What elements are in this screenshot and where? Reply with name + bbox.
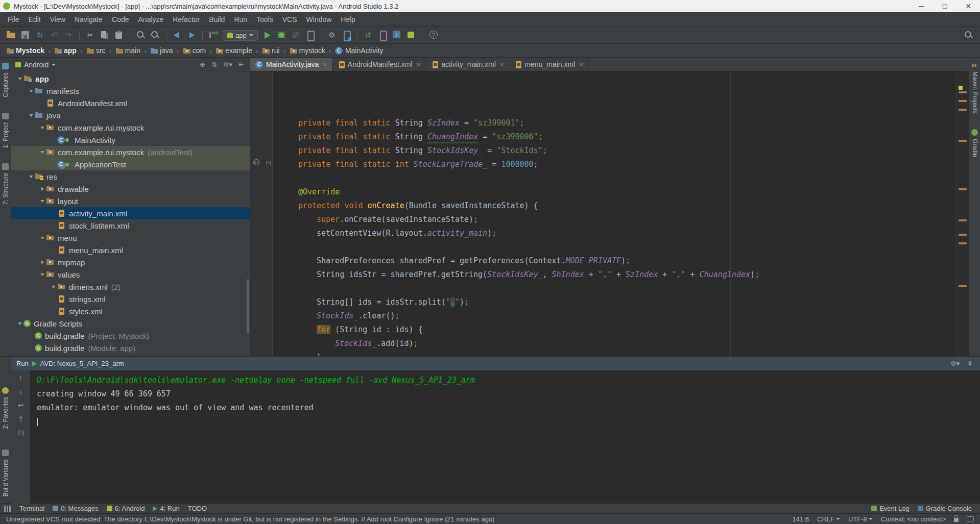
menu-item-tools[interactable]: Tools [252, 14, 278, 25]
toolbar-cut-icon[interactable]: ✂ [84, 29, 97, 41]
close-button[interactable]: ✕ [957, 0, 980, 12]
tree-row[interactable]: strings.xml [11, 293, 250, 305]
menu-item-window[interactable]: Window [302, 14, 337, 25]
tree-expand-arrow-icon[interactable] [16, 78, 23, 80]
override-method-icon[interactable]: o↑ [253, 159, 259, 165]
toolbar-sync-icon[interactable]: ↻ [34, 29, 46, 41]
tree-row[interactable]: Gbuild.gradle(Module: app) [11, 342, 250, 354]
stripe-mark[interactable] [959, 91, 967, 93]
tree-row[interactable]: java [11, 109, 250, 121]
toolbar-find-usages-icon[interactable] [149, 29, 161, 41]
toolbar-layout-inspector-icon[interactable] [376, 29, 389, 41]
editor-tab-androidmanifest-xml[interactable]: AndroidManifest.xml× [332, 58, 426, 71]
editor-tab-menu-main-xml[interactable]: menu_main.xml× [509, 58, 588, 71]
stripe-mark[interactable] [959, 219, 967, 221]
tool-strip-button-2-favorites[interactable]: 2: Favorites [2, 387, 9, 429]
tree-row[interactable]: CMainActivity [11, 134, 250, 146]
tool-strip-button-7-structure[interactable]: 7: Structure [2, 163, 9, 205]
tab-close-icon[interactable]: × [579, 61, 583, 68]
tree-expand-arrow-icon[interactable] [16, 322, 23, 325]
run-tab-label[interactable]: Run [16, 360, 29, 367]
tree-collapse-arrow-icon[interactable] [39, 260, 46, 264]
toolbar-debug-icon[interactable] [275, 29, 288, 41]
gear-icon[interactable]: ⚙▾ [222, 61, 234, 68]
tab-close-icon[interactable]: × [500, 61, 504, 68]
toolbar-back-icon[interactable] [171, 29, 183, 41]
tree-row[interactable]: com.example.rui.mystock(androidTest) [11, 146, 250, 158]
tree-row[interactable]: com.example.rui.mystock [11, 121, 250, 134]
menu-item-analyze[interactable]: Analyze [134, 14, 169, 25]
toolbar-avd-manager-icon[interactable] [340, 29, 352, 41]
tree-row[interactable]: AndroidManifest.xml [11, 97, 250, 109]
tree-expand-arrow-icon[interactable] [28, 176, 35, 178]
breadcrumb-item-app[interactable]: app [53, 46, 78, 55]
context-indicator[interactable]: Context: <no context> [881, 515, 946, 523]
run-settings-gear-icon[interactable]: ⚙▾ [948, 360, 962, 367]
tree-row[interactable]: manifests [11, 85, 250, 97]
tree-row[interactable]: styles.xml [11, 305, 250, 317]
breadcrumb-item-java[interactable]: java [149, 46, 174, 55]
toolbar-history-icon[interactable] [207, 29, 220, 41]
run-console[interactable]: D:\F\Tools\Android\sdk\tools\emulator.ex… [31, 370, 980, 504]
tool-strip-button-captures[interactable]: Captures [2, 63, 9, 97]
toolbar-open-icon[interactable] [5, 29, 17, 41]
memory-indicator-icon[interactable] [967, 516, 974, 521]
tree-row[interactable]: app [11, 72, 250, 85]
hide-panel-icon[interactable]: ⇤ [237, 61, 246, 68]
tool-strip-button-1-project[interactable]: 1: Project [2, 113, 9, 148]
toolbar-copy-icon[interactable] [99, 29, 111, 41]
tree-row[interactable]: values [11, 268, 250, 281]
editor-gutter[interactable]: o↑ − [250, 71, 273, 356]
run-configuration-dropdown[interactable]: app [223, 30, 258, 41]
tree-expand-arrow-icon[interactable] [39, 127, 46, 129]
console-soft-wrap-icon[interactable]: ↩ [18, 401, 24, 409]
tree-expand-arrow-icon[interactable] [28, 90, 35, 92]
menu-item-code[interactable]: Code [107, 14, 133, 25]
stripe-mark[interactable] [959, 234, 967, 236]
toolbar-attach-debugger-icon[interactable] [304, 29, 316, 41]
tree-collapse-arrow-icon[interactable] [50, 285, 57, 289]
tool-window-button-0-messages[interactable]: 0: Messages [49, 504, 103, 513]
tree-row[interactable]: layout [11, 195, 250, 207]
breadcrumb-item-src[interactable]: src [85, 46, 107, 55]
console-up-icon[interactable]: ↑ [19, 373, 22, 382]
toolbar-forward-icon[interactable] [185, 29, 198, 41]
toolbar-paste-icon[interactable] [113, 29, 125, 41]
tree-row[interactable]: dimens.xml(2) [11, 281, 250, 293]
tree-expand-arrow-icon[interactable] [39, 237, 46, 239]
console-restore-layout-icon[interactable]: ⇧ [18, 415, 24, 423]
menu-item-edit[interactable]: Edit [24, 14, 45, 25]
tree-row[interactable]: stock_listitem.xml [11, 219, 250, 232]
tree-row[interactable]: res [11, 170, 250, 183]
console-print-icon[interactable]: ▤ [17, 429, 24, 437]
project-view-selector[interactable]: Android [24, 61, 49, 69]
tool-window-button-gradle-console[interactable]: Gradle Console [914, 505, 976, 512]
encoding-selector[interactable]: UTF-8 [848, 515, 873, 523]
stripe-mark[interactable] [959, 140, 967, 142]
split-icon[interactable]: ⇅ [210, 61, 219, 68]
tool-window-button-4-run[interactable]: 4: Run [149, 504, 183, 513]
menu-item-build[interactable]: Build [204, 14, 229, 25]
toolbar-help-icon[interactable] [427, 29, 439, 41]
console-down-icon[interactable]: ↓ [19, 387, 22, 395]
breadcrumb-item-mainactivity[interactable]: CMainActivity [334, 46, 385, 55]
tool-strip-button-build-variants[interactable]: Build Variants [2, 450, 9, 496]
lock-icon[interactable] [954, 518, 959, 522]
tab-close-icon[interactable]: × [323, 61, 327, 68]
breadcrumb-item-mystock[interactable]: mystock [289, 46, 326, 55]
tool-window-button-todo[interactable]: TODO [184, 504, 211, 513]
editor-tab-mainactivity-java[interactable]: CMainActivity.java× [250, 58, 332, 71]
tool-strip-button-maven-projects[interactable]: mMaven Projects [971, 62, 978, 114]
toolbar-redo-icon[interactable]: ↷ [62, 29, 75, 41]
tree-row[interactable]: GGradle Scripts [11, 317, 250, 330]
breadcrumb-item-com[interactable]: com [182, 46, 207, 55]
menu-item-help[interactable]: Help [336, 14, 360, 25]
breadcrumb-item-example[interactable]: example [214, 46, 253, 55]
stripe-mark[interactable] [959, 100, 967, 102]
tool-window-button-terminal[interactable]: Terminal [15, 504, 49, 513]
tree-row[interactable]: activity_main.xml [11, 207, 250, 219]
toolbar-android-update-icon[interactable] [405, 29, 417, 41]
line-ending-selector[interactable]: CRLF [817, 515, 840, 523]
stripe-mark[interactable] [959, 86, 963, 90]
toolbar-sdk-manager-icon[interactable]: ⚙ [326, 29, 338, 41]
